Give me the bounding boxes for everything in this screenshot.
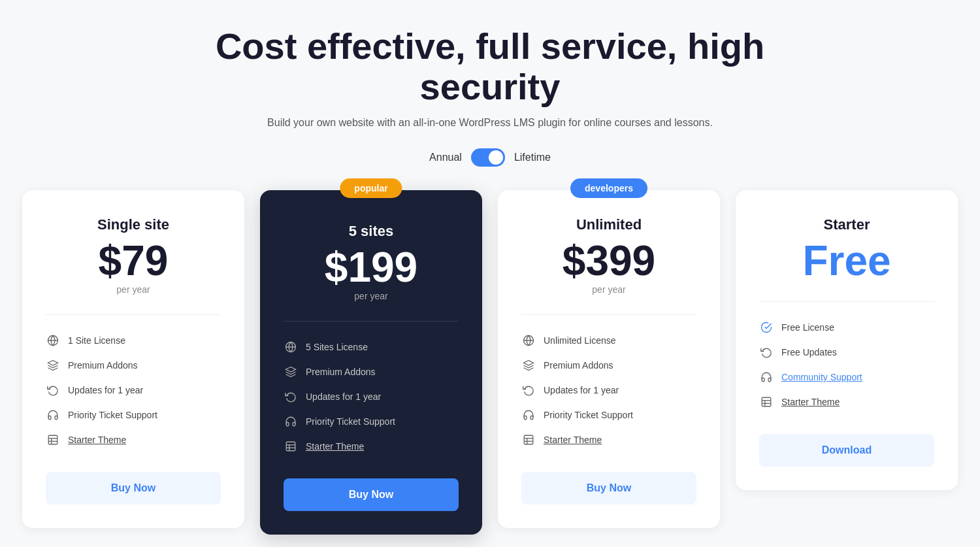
updates-icon bbox=[46, 383, 60, 397]
download-icon bbox=[759, 345, 774, 359]
plan-period-unlimited: per year bbox=[521, 284, 696, 295]
card-five-sites: popular 5 sites $199 per year 5 Sites Li… bbox=[260, 190, 482, 535]
developers-badge: developers bbox=[570, 178, 647, 198]
lifetime-label: Lifetime bbox=[514, 152, 551, 163]
svg-rect-11 bbox=[524, 435, 533, 444]
annual-label: Annual bbox=[429, 152, 462, 163]
buy-now-button-unlimited[interactable]: Buy Now bbox=[521, 472, 696, 505]
plan-name-unlimited: Unlimited bbox=[521, 216, 696, 233]
popular-badge: popular bbox=[340, 178, 402, 198]
feature-text: Priority Ticket Support bbox=[68, 410, 157, 420]
svg-rect-1 bbox=[48, 435, 57, 444]
feature-support-5: Priority Ticket Support bbox=[284, 409, 459, 434]
feature-support-u: Priority Ticket Support bbox=[521, 403, 696, 427]
feature-updates: Updates for 1 year bbox=[46, 378, 221, 403]
card-unlimited: developers Unlimited $399 per year Unlim… bbox=[498, 190, 720, 528]
svg-rect-6 bbox=[286, 442, 295, 451]
updates-icon bbox=[521, 383, 536, 397]
features-unlimited: Unlimited License Premium Addons Updates… bbox=[521, 328, 696, 452]
plan-name-five-sites: 5 sites bbox=[284, 223, 459, 240]
feature-text: Free Updates bbox=[781, 347, 837, 357]
plan-price-starter: Free bbox=[759, 240, 934, 282]
plan-period-five-sites: per year bbox=[284, 291, 459, 301]
feature-updates-5: Updates for 1 year bbox=[284, 384, 459, 409]
plan-name-starter: Starter bbox=[759, 216, 934, 233]
updates-icon bbox=[284, 390, 298, 404]
feature-text[interactable]: Starter Theme bbox=[68, 435, 126, 445]
plan-price-single-site: $79 bbox=[46, 240, 221, 282]
feature-text: Premium Addons bbox=[68, 360, 138, 371]
feature-text: Updates for 1 year bbox=[544, 385, 619, 395]
billing-toggle-container: Annual Lifetime bbox=[429, 148, 551, 167]
feature-text: Unlimited License bbox=[544, 335, 616, 346]
theme-icon bbox=[521, 433, 536, 447]
feature-text: Premium Addons bbox=[306, 367, 376, 377]
toggle-thumb bbox=[489, 150, 503, 165]
feature-text: Updates for 1 year bbox=[306, 391, 381, 402]
feature-theme: Starter Theme bbox=[46, 427, 221, 452]
card-starter: Starter Free Free License Free Updates bbox=[736, 190, 958, 490]
headphone-icon bbox=[759, 370, 774, 384]
plan-name-single-site: Single site bbox=[46, 216, 221, 233]
feature-support: Priority Ticket Support bbox=[46, 403, 221, 427]
addons-icon bbox=[284, 365, 298, 379]
plan-period-single-site: per year bbox=[46, 284, 221, 295]
addons-icon bbox=[46, 358, 60, 373]
feature-text[interactable]: Starter Theme bbox=[544, 435, 602, 445]
feature-theme-5: Starter Theme bbox=[284, 434, 459, 459]
features-five-sites: 5 Sites License Premium Addons Updates f… bbox=[284, 335, 459, 459]
feature-addons-5: Premium Addons bbox=[284, 359, 459, 384]
page-title: Cost effective, full service, high secur… bbox=[196, 26, 784, 107]
features-single-site: 1 Site License Premium Addons Updates fo… bbox=[46, 328, 221, 452]
buy-now-button-single[interactable]: Buy Now bbox=[46, 472, 221, 505]
feature-community-support: Community Support bbox=[759, 365, 934, 390]
globe-icon bbox=[521, 333, 536, 348]
feature-text[interactable]: Starter Theme bbox=[781, 397, 840, 407]
feature-license-5: 5 Sites License bbox=[284, 335, 459, 359]
buy-now-button-five[interactable]: Buy Now bbox=[284, 478, 459, 511]
plan-price-five-sites: $199 bbox=[284, 246, 459, 288]
globe-icon bbox=[46, 333, 60, 348]
globe-icon bbox=[284, 340, 298, 354]
check-circle-icon bbox=[759, 320, 774, 335]
theme-icon bbox=[46, 433, 60, 447]
feature-text[interactable]: Starter Theme bbox=[306, 441, 364, 452]
feature-text: Updates for 1 year bbox=[68, 385, 143, 395]
addons-icon bbox=[521, 358, 536, 373]
feature-theme-u: Starter Theme bbox=[521, 427, 696, 452]
theme-icon bbox=[759, 395, 774, 409]
download-button[interactable]: Download bbox=[759, 434, 934, 467]
headphone-icon bbox=[521, 408, 536, 422]
features-starter: Free License Free Updates Community Supp… bbox=[759, 315, 934, 414]
feature-license-u: Unlimited License bbox=[521, 328, 696, 353]
headphone-icon bbox=[284, 414, 298, 429]
feature-addons: Premium Addons bbox=[46, 353, 221, 378]
feature-text: 1 Site License bbox=[68, 335, 125, 346]
feature-free-license: Free License bbox=[759, 315, 934, 340]
headphone-icon bbox=[46, 408, 60, 422]
plan-price-unlimited: $399 bbox=[521, 240, 696, 282]
feature-text[interactable]: Community Support bbox=[781, 372, 862, 382]
feature-text: Priority Ticket Support bbox=[306, 416, 395, 427]
feature-license: 1 Site License bbox=[46, 328, 221, 353]
feature-addons-u: Premium Addons bbox=[521, 353, 696, 378]
pricing-cards: Single site $79 per year 1 Site License … bbox=[13, 190, 967, 535]
card-single-site: Single site $79 per year 1 Site License … bbox=[22, 190, 244, 528]
feature-text: Premium Addons bbox=[544, 360, 613, 371]
billing-toggle[interactable] bbox=[471, 148, 505, 167]
theme-icon bbox=[284, 439, 298, 454]
feature-free-updates: Free Updates bbox=[759, 340, 934, 365]
feature-updates-u: Updates for 1 year bbox=[521, 378, 696, 403]
page-header: Cost effective, full service, high secur… bbox=[196, 26, 784, 148]
feature-text: Priority Ticket Support bbox=[544, 410, 633, 420]
page-subtitle: Build your own website with an all-in-on… bbox=[196, 117, 784, 129]
feature-starter-theme: Starter Theme bbox=[759, 390, 934, 414]
feature-text: 5 Sites License bbox=[306, 342, 368, 352]
svg-rect-15 bbox=[762, 397, 771, 406]
feature-text: Free License bbox=[781, 322, 834, 333]
